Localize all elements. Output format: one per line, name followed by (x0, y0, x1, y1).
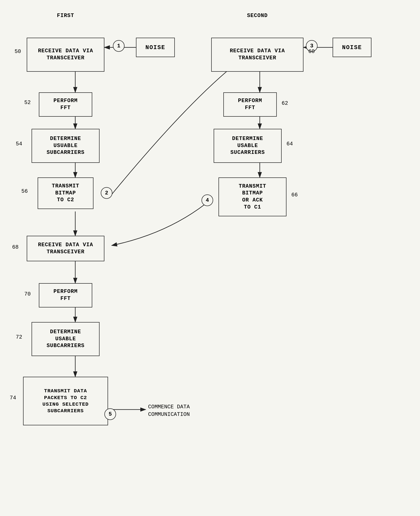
ref-54: 54 (16, 141, 22, 147)
box-70: PERFORMFFT (39, 283, 92, 307)
box-68: RECEIVE DATA VIATRANSCEIVER (27, 236, 104, 261)
ref-62: 62 (282, 100, 288, 106)
commence-label: COMMENCE DATA COMMUNICATION (148, 403, 231, 419)
circle-4: 4 (202, 194, 213, 206)
ref-52: 52 (24, 100, 31, 106)
ref-70: 70 (24, 291, 31, 297)
box-64: DETERMINEUSABLESUCARRIERS (214, 129, 282, 163)
box-62: PERFORMFFT (223, 92, 277, 117)
right-header-text: SECOND (218, 12, 296, 20)
box-54: DETERMINEUSUABLESUBCARRIERS (32, 129, 100, 163)
ref-72: 72 (16, 334, 22, 340)
circle-1: 1 (113, 40, 125, 52)
diagram-container: FIRST SECOND NOISE NOISE 1 3 RECEIVE DAT… (0, 0, 420, 516)
circle-2: 2 (101, 187, 112, 199)
box-50: RECEIVE DATA VIATRANSCEIVER (27, 38, 104, 72)
ref-74: 74 (10, 395, 16, 401)
box-74: TRANSMIT DATAPACKETS TO C2USING SELECTED… (23, 377, 108, 425)
ref-50: 50 (15, 49, 21, 55)
ref-66: 66 (291, 192, 298, 198)
circle-5: 5 (104, 408, 116, 420)
ref-68: 68 (12, 244, 18, 250)
noise-box-left: NOISE (136, 38, 175, 57)
ref-64: 64 (286, 141, 293, 147)
noise-box-right: NOISE (333, 38, 371, 57)
box-56: TRANSMITBITMAPTO C2 (38, 177, 93, 209)
ref-60: 60 (308, 49, 315, 55)
box-72: DETERMINEUSABLESUBCARRIERS (32, 322, 100, 356)
box-60: RECEIVE DATA VIATRANSCEIVER (211, 38, 303, 72)
ref-56: 56 (21, 188, 28, 194)
left-header-text: FIRST (32, 12, 100, 20)
box-52: PERFORMFFT (39, 92, 92, 117)
box-66: TRANSMITBITMAPOR ACKTO C1 (218, 177, 286, 216)
